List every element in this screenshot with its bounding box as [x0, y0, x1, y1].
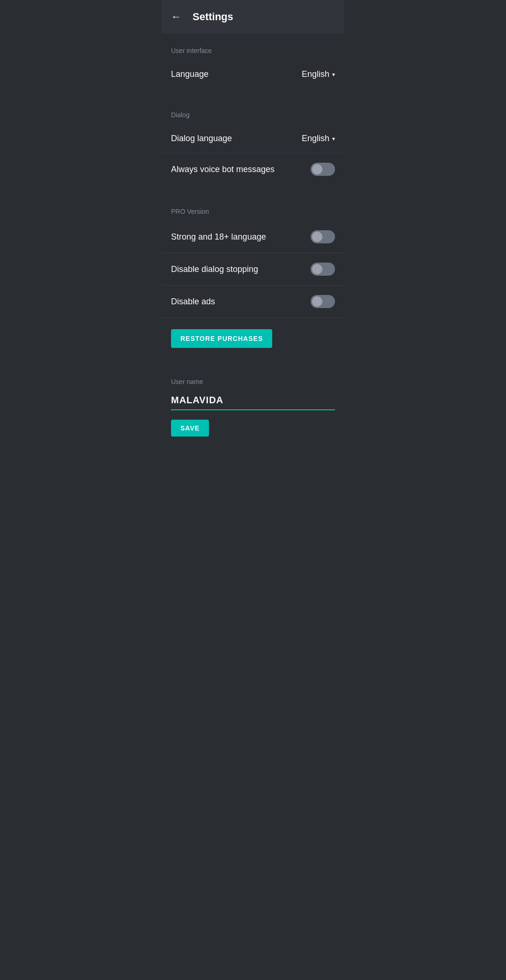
always-voice-toggle[interactable]	[311, 163, 335, 176]
disable-dialog-toggle[interactable]	[311, 263, 335, 276]
username-section: User name SAVE	[162, 369, 344, 437]
save-button[interactable]: SAVE	[171, 420, 209, 437]
dialog-section: Dialog Dialog language English ▾ Always …	[162, 98, 344, 185]
restore-purchases-button[interactable]: RESTORE PURCHASES	[171, 329, 272, 348]
back-button[interactable]: ←	[171, 11, 181, 23]
pro-version-header: PRO Version	[162, 195, 344, 221]
user-interface-section: User interface Language English ▾	[162, 34, 344, 89]
page-title: Settings	[193, 11, 233, 23]
pro-version-section: PRO Version Strong and 18+ language Disa…	[162, 195, 344, 359]
dialog-language-value[interactable]: English ▾	[302, 134, 335, 143]
disable-dialog-slider	[311, 263, 335, 276]
strong-language-slider	[311, 230, 335, 243]
strong-language-row: Strong and 18+ language	[162, 221, 344, 253]
divider-3	[162, 359, 344, 369]
username-input[interactable]	[171, 393, 335, 407]
disable-dialog-label: Disable dialog stopping	[171, 264, 258, 274]
language-chevron-icon: ▾	[332, 71, 335, 78]
disable-ads-label: Disable ads	[171, 297, 215, 307]
header: ← Settings	[162, 0, 344, 34]
username-input-wrapper	[171, 393, 335, 410]
divider-1	[162, 89, 344, 98]
dialog-language-label: Dialog language	[171, 134, 232, 143]
language-label: Language	[171, 69, 208, 79]
always-voice-row: Always voice bot messages	[162, 153, 344, 185]
language-value[interactable]: English ▾	[302, 69, 335, 79]
dialog-language-row[interactable]: Dialog language English ▾	[162, 124, 344, 153]
divider-2	[162, 185, 344, 195]
dialog-language-chevron-icon: ▾	[332, 136, 335, 142]
disable-ads-toggle[interactable]	[311, 295, 335, 308]
settings-content: User interface Language English ▾ Dialog…	[162, 34, 344, 437]
user-interface-header: User interface	[162, 34, 344, 60]
strong-language-label: Strong and 18+ language	[171, 232, 266, 242]
language-row[interactable]: Language English ▾	[162, 60, 344, 89]
always-voice-label: Always voice bot messages	[171, 165, 275, 174]
username-section-label: User name	[171, 378, 335, 385]
dialog-header: Dialog	[162, 98, 344, 124]
disable-dialog-row: Disable dialog stopping	[162, 253, 344, 286]
disable-ads-slider	[311, 295, 335, 308]
strong-language-toggle[interactable]	[311, 230, 335, 243]
disable-ads-row: Disable ads	[162, 286, 344, 318]
always-voice-slider	[311, 163, 335, 176]
